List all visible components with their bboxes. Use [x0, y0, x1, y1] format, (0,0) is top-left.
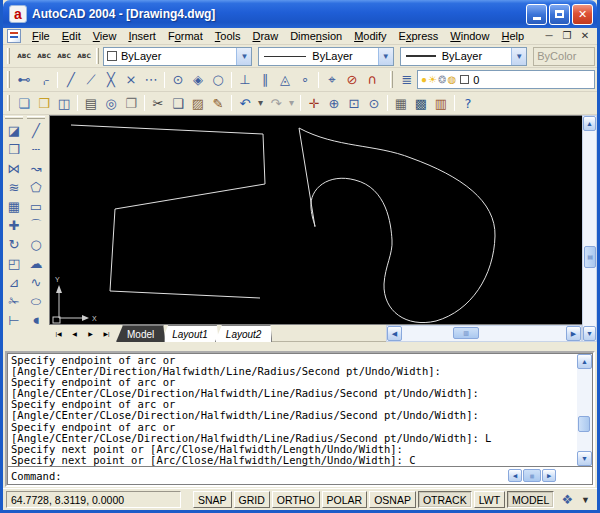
snap-from-button[interactable]: ⌌	[34, 70, 54, 90]
toolbar-grip[interactable]	[5, 116, 23, 119]
tab-model[interactable]: Model	[116, 325, 165, 342]
snap-node-button[interactable]: ∘	[295, 70, 315, 90]
trim-button[interactable]: ✁	[4, 292, 24, 311]
command-vertical-scrollbar[interactable]: ▲ ▼	[577, 354, 592, 466]
open-button[interactable]: ❒	[34, 93, 54, 113]
scroll-right-icon[interactable]: ▶	[542, 469, 556, 482]
snap-tangent-button[interactable]: ○	[208, 70, 228, 90]
snap-endpoint-button[interactable]: ╱	[61, 70, 81, 90]
construction-line-button[interactable]: ┄	[26, 140, 46, 159]
rectangle-button[interactable]: ▭	[26, 197, 46, 216]
spline-button[interactable]: ∿	[26, 273, 46, 292]
vertical-scrollbar[interactable]: ▲ ▤ ▼	[582, 115, 597, 342]
snap-perpendicular-button[interactable]: ⊥	[235, 70, 255, 90]
toolbar-grip[interactable]	[7, 71, 10, 88]
rotate-button[interactable]: ↻	[4, 235, 24, 254]
menu-format[interactable]: Format	[162, 29, 209, 43]
toolbar-grip[interactable]	[27, 116, 45, 119]
cut-button[interactable]: ✂	[148, 93, 168, 113]
menu-insert[interactable]: Insert	[122, 29, 162, 43]
drawing-canvas[interactable]: Y X	[49, 115, 582, 325]
chevron-down-icon[interactable]: ▼	[378, 48, 393, 65]
designcenter-button[interactable]: ▩	[411, 93, 431, 113]
child-minimize-button[interactable]: ─	[541, 29, 557, 43]
scroll-up-icon[interactable]: ▲	[583, 116, 596, 131]
undo-button[interactable]: ↶	[235, 93, 255, 113]
toolbar-grip[interactable]	[7, 48, 10, 64]
move-button[interactable]: ✚	[4, 216, 24, 235]
polyline-button[interactable]: ↝	[26, 159, 46, 178]
scroll-right-icon[interactable]: ▶	[566, 326, 581, 341]
tab-next-button[interactable]: ▶	[83, 327, 98, 340]
tool-palettes-button[interactable]: ▥	[431, 93, 451, 113]
plot-button[interactable]: ▤	[81, 93, 101, 113]
snap-apparent-intersection-button[interactable]: ⨯	[121, 70, 141, 90]
toggle-polar[interactable]: POLAR	[322, 491, 368, 508]
array-button[interactable]: ▦	[4, 197, 24, 216]
horizontal-scrollbar[interactable]: ◀ ▥ ▶	[386, 325, 582, 342]
menu-draw[interactable]: Draw	[246, 29, 284, 43]
snap-quadrant-button[interactable]: ◈	[188, 70, 208, 90]
toggle-ortho[interactable]: ORTHO	[272, 491, 320, 508]
lineweight-control[interactable]: ByLayer ▼	[400, 47, 527, 66]
menu-file[interactable]: File	[26, 29, 56, 43]
menu-help[interactable]: Help	[495, 29, 530, 43]
menu-view[interactable]: View	[87, 29, 123, 43]
chevron-down-icon[interactable]: ▼	[236, 48, 251, 65]
snap-parallel-button[interactable]: ∥	[255, 70, 275, 90]
menu-express[interactable]: Express	[393, 29, 445, 43]
toggle-model[interactable]: MODEL	[507, 491, 554, 508]
close-button[interactable]: ✕	[572, 4, 593, 25]
drawing-icon[interactable]	[7, 29, 21, 43]
linetype-control[interactable]: ByLayer ▼	[258, 47, 393, 66]
zoom-realtime-button[interactable]: ⊕	[324, 93, 344, 113]
pan-realtime-button[interactable]: ✛	[304, 93, 324, 113]
scroll-left-icon[interactable]: ◀	[508, 469, 522, 482]
snap-midpoint-button[interactable]: ⟋	[81, 70, 101, 90]
polyline-shape[interactable]	[71, 125, 265, 298]
layer-lock-icon[interactable]: ◍	[447, 75, 456, 85]
text-mask-button[interactable]: ABC	[54, 46, 74, 66]
communication-center-icon[interactable]: ❖	[561, 492, 573, 507]
menu-edit[interactable]: Edit	[56, 29, 87, 43]
chevron-down-icon[interactable]: ▼	[511, 48, 526, 65]
child-restore-button[interactable]: ❐	[559, 29, 575, 43]
menu-tools[interactable]: Tools	[209, 29, 247, 43]
multiline-text-button[interactable]: ABC	[14, 46, 34, 66]
status-menu-arrow-icon[interactable]: ▼	[581, 495, 590, 505]
save-button[interactable]: ◫	[54, 93, 74, 113]
swirl-polyline-shape[interactable]	[299, 128, 495, 323]
arc-button[interactable]: ⌒	[26, 216, 46, 235]
command-hscroll-thumb[interactable]: ▥	[523, 469, 541, 482]
snap-none-button[interactable]: ⊘	[342, 70, 362, 90]
tab-layout1[interactable]: Layout1	[161, 325, 219, 342]
erase-button[interactable]: ◪	[4, 121, 24, 140]
tab-last-button[interactable]: ▶|	[99, 327, 114, 340]
text-fit-button[interactable]: ABC	[34, 46, 54, 66]
title-bar[interactable]: a AutoCAD 2004 - [Drawing4.dwg] ✕	[3, 0, 597, 28]
command-prompt[interactable]: Command: ◀ ▥ ▶	[7, 467, 593, 485]
snap-extension-button[interactable]: ⋯	[141, 70, 161, 90]
layer-freeze-icon[interactable]: ☀	[428, 75, 437, 85]
maximize-button[interactable]	[549, 4, 570, 25]
redo-list-button[interactable]: ▾	[286, 93, 297, 113]
qnew-button[interactable]: ❏	[14, 93, 34, 113]
zoom-previous-button[interactable]: ⊙	[364, 93, 384, 113]
scroll-down-icon[interactable]: ▼	[577, 451, 592, 466]
scale-button[interactable]: ◰	[4, 254, 24, 273]
circle-button[interactable]: ○	[26, 235, 46, 254]
snap-center-button[interactable]: ⊙	[168, 70, 188, 90]
toggle-otrack[interactable]: OTRACK	[418, 491, 472, 508]
vertical-scroll-thumb[interactable]: ▤	[584, 246, 596, 268]
layer-control[interactable]: ●☀❂◍ 0	[417, 70, 595, 89]
color-control[interactable]: ByLayer ▼	[103, 47, 252, 66]
toolbar-grip[interactable]	[7, 95, 10, 111]
ellipse-arc-button[interactable]: ◖	[26, 311, 46, 330]
layer-on-icon[interactable]: ●	[421, 75, 427, 85]
layer-plot-icon[interactable]: ❂	[438, 75, 446, 85]
command-horizontal-scrollbar[interactable]: ◀ ▥ ▶	[508, 469, 556, 482]
osnap-settings-button[interactable]: ∩	[362, 70, 382, 90]
tab-first-button[interactable]: |◀	[51, 327, 66, 340]
toggle-grid[interactable]: GRID	[234, 491, 270, 508]
toolbar-grip[interactable]	[96, 48, 99, 64]
